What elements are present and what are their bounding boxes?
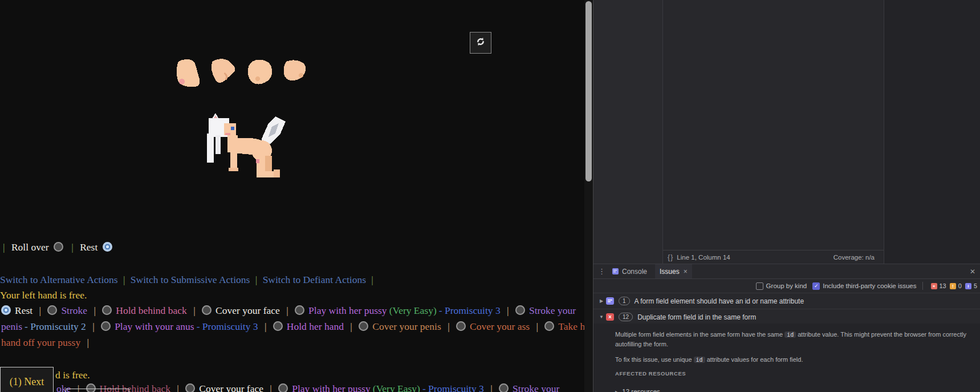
code-chip-id: id bbox=[694, 357, 705, 363]
character-sprite-image bbox=[198, 113, 301, 202]
switch-links-row: Switch to Alternative Actions | Switch t… bbox=[0, 272, 376, 287]
action-cover-your-penis[interactable]: Cover your penis bbox=[372, 321, 441, 332]
radio-hold-behind-back[interactable] bbox=[102, 305, 112, 315]
page-scrollbar-thumb[interactable] bbox=[585, 1, 592, 181]
promiscuity-label: - Promiscuity 3 bbox=[422, 383, 484, 392]
radio-play-with-your-anus[interactable] bbox=[101, 321, 111, 331]
action-rest[interactable]: Rest bbox=[15, 305, 32, 316]
difficulty-label: (Very Easy) bbox=[373, 383, 420, 392]
issue-description: Multiple form field elements in the same… bbox=[615, 330, 980, 349]
promiscuity-label: - Promiscuity 3 bbox=[197, 321, 258, 332]
radio-cover-face-2[interactable] bbox=[185, 383, 195, 392]
warnings-icon: ! bbox=[950, 283, 956, 289]
left-hand-actions-row-3: hand off your pussy | bbox=[0, 335, 92, 350]
console-icon bbox=[612, 268, 619, 274]
include-third-party-checkbox[interactable]: ✓ bbox=[812, 282, 820, 290]
devtools-drawer: ⋮ Console Issues × ✕ Group by kind ✓ Inc… bbox=[593, 264, 980, 392]
radio-stroke-your-2[interactable] bbox=[499, 383, 509, 392]
separator: | bbox=[39, 305, 42, 316]
chevron-right-icon[interactable]: ▶ bbox=[598, 298, 605, 304]
separator: | bbox=[193, 305, 196, 316]
radio-cover-your-ass[interactable] bbox=[456, 321, 466, 331]
radio-cover-face[interactable] bbox=[202, 305, 212, 315]
promiscuity-label: - Promiscuity 3 bbox=[439, 305, 501, 316]
action-play-with-her-pussy-2[interactable]: Play with her pussy bbox=[292, 383, 371, 392]
issue-detail-body: Multiple form field elements in the same… bbox=[593, 324, 980, 392]
group-by-kind-checkbox[interactable] bbox=[756, 282, 763, 290]
posture-rest-label[interactable]: Rest bbox=[80, 241, 97, 253]
separator: | bbox=[92, 321, 95, 332]
separator: | bbox=[286, 305, 288, 316]
chevron-down-icon[interactable]: ▼ bbox=[598, 314, 605, 320]
action-stroke-your[interactable]: Stroke your bbox=[529, 305, 576, 316]
refresh-button[interactable] bbox=[470, 32, 491, 54]
sources-editor-pane[interactable] bbox=[663, 0, 884, 250]
screenshot-stage: | Roll over | Rest Switch to Alternative… bbox=[0, 0, 980, 392]
issue-title[interactable]: Duplicate form field id in the same form bbox=[637, 313, 756, 321]
tab-console[interactable]: Console bbox=[622, 268, 647, 276]
coverage-label: Coverage: n/a bbox=[833, 254, 875, 261]
action-stroke[interactable]: Stroke bbox=[61, 305, 87, 316]
action-hand-off-pussy-continued[interactable]: hand off your pussy bbox=[1, 337, 80, 348]
radio-play-with-her-pussy[interactable] bbox=[295, 305, 304, 315]
link-alternative-actions[interactable]: Switch to Alternative Actions bbox=[0, 274, 118, 285]
left-hand-actions-row-1: Rest | Stroke | Hold behind back | Cover… bbox=[0, 303, 577, 318]
action-play-with-her-pussy[interactable]: Play with her pussy bbox=[308, 305, 387, 316]
x-mark-icon: × bbox=[608, 314, 612, 320]
link-submissive-actions[interactable]: Switch to Submissive Actions bbox=[131, 274, 250, 285]
close-issues-tab-icon[interactable]: × bbox=[684, 268, 688, 276]
sources-debugger-pane bbox=[884, 0, 980, 264]
radio-play-with-her-pussy-2[interactable] bbox=[278, 383, 288, 392]
issue-fix-hint: To fix this issue, use unique id attribu… bbox=[615, 355, 980, 365]
radio-hold-her-hand[interactable] bbox=[273, 321, 283, 331]
resources-count-label[interactable]: 12 resources bbox=[622, 388, 660, 392]
radio-roll-over[interactable] bbox=[54, 242, 63, 252]
radio-cover-your-penis[interactable] bbox=[359, 321, 368, 331]
next-button[interactable]: (1) Next bbox=[0, 367, 54, 392]
info-count: 5 bbox=[974, 282, 977, 289]
braces-icon: { } bbox=[668, 253, 672, 261]
include-third-party-label[interactable]: Include third-party cookie issues bbox=[823, 282, 916, 289]
separator: | bbox=[71, 241, 74, 253]
close-drawer-icon[interactable]: ✕ bbox=[970, 268, 975, 276]
resources-expander[interactable]: ▶ 12 resources bbox=[615, 388, 980, 392]
issue-title[interactable]: A form field element should have an id o… bbox=[635, 297, 804, 305]
posture-roll-over-label[interactable]: Roll over bbox=[11, 241, 49, 253]
action-cover-face[interactable]: Cover your face bbox=[215, 305, 280, 316]
separator: | bbox=[490, 383, 493, 392]
radio-rest-selected[interactable] bbox=[103, 242, 112, 252]
separator: | bbox=[371, 274, 373, 285]
right-hand-status-partial: d is free. bbox=[55, 367, 90, 382]
separator: | bbox=[350, 321, 352, 332]
link-defiant-actions[interactable]: Switch to Defiant Actions bbox=[263, 274, 366, 285]
promiscuity-label: - Promiscuity 2 bbox=[25, 321, 86, 332]
action-hold-her-hand[interactable]: Hold her hand bbox=[287, 321, 344, 332]
action-play-with-your-anus[interactable]: Play with your anus bbox=[115, 321, 194, 332]
group-by-kind-label[interactable]: Group by kind bbox=[766, 282, 807, 289]
separator: | bbox=[3, 241, 5, 253]
radio-stroke[interactable] bbox=[47, 305, 57, 315]
toolbar-divider bbox=[922, 282, 923, 290]
action-cover-your-ass[interactable]: Cover your ass bbox=[470, 321, 530, 332]
radio-stroke-your-penis[interactable] bbox=[515, 305, 525, 315]
separator: | bbox=[255, 274, 258, 285]
kebab-menu-icon[interactable]: ⋮ bbox=[598, 267, 605, 276]
cursor-position-label: Line 1, Column 14 bbox=[677, 254, 730, 261]
page-scrollbar-track[interactable] bbox=[584, 0, 593, 392]
radio-take-her-hand-off[interactable] bbox=[544, 321, 554, 331]
action-stroke-your-2[interactable]: Stroke your bbox=[513, 383, 559, 392]
radio-rest-action[interactable] bbox=[1, 305, 11, 315]
issue-row-form-field[interactable]: ▶ 1 A form field element should have an … bbox=[593, 293, 980, 309]
issue-count-badge: 1 bbox=[619, 297, 630, 305]
action-hold-behind-back[interactable]: Hold behind back bbox=[116, 305, 186, 316]
issue-row-duplicate-id[interactable]: ▼ × 12 Duplicate form field id in the sa… bbox=[593, 309, 980, 325]
refresh-icon bbox=[474, 35, 487, 50]
action-cover-face-2[interactable]: Cover your face bbox=[199, 383, 263, 392]
tab-issues[interactable]: Issues × bbox=[655, 264, 692, 278]
chevron-right-icon[interactable]: ▶ bbox=[615, 390, 619, 392]
separator: | bbox=[270, 383, 272, 392]
action-penis-continued[interactable]: penis bbox=[1, 321, 22, 332]
affected-resources-heading: AFFECTED RESOURCES bbox=[615, 370, 980, 377]
warnings-count: 0 bbox=[958, 282, 962, 289]
left-hand-status: Your left hand is free. bbox=[0, 288, 87, 302]
